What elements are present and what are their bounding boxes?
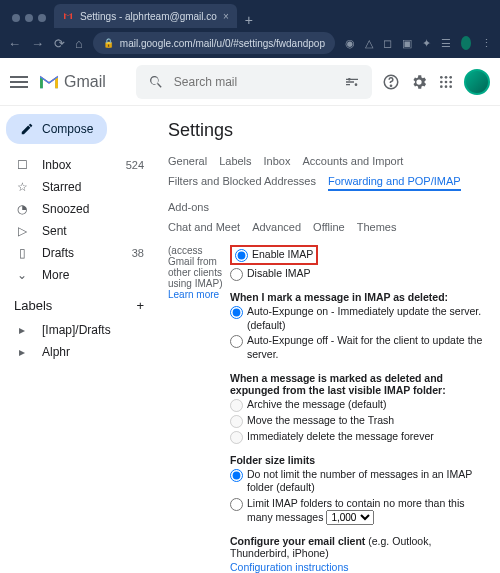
help-icon[interactable] xyxy=(382,73,400,91)
back-icon[interactable]: ← xyxy=(8,36,21,51)
search-input[interactable] xyxy=(174,75,334,89)
reload-icon[interactable]: ⟳ xyxy=(54,36,65,51)
nolimit-radio[interactable] xyxy=(230,469,243,482)
bookmark-icon[interactable]: ☰ xyxy=(441,37,451,50)
profile-ext-icon[interactable] xyxy=(461,36,471,50)
extensions-icon[interactable]: ✦ xyxy=(422,37,431,50)
enable-imap-label: Enable IMAP xyxy=(252,248,313,262)
page-title: Settings xyxy=(168,120,490,141)
limit-select[interactable]: 1,000 xyxy=(326,510,374,525)
enable-imap-highlight: Enable IMAP xyxy=(230,245,318,265)
tab-forwarding-and-pop-imap[interactable]: Forwarding and POP/IMAP xyxy=(328,175,461,191)
svg-point-11 xyxy=(445,85,448,88)
nav-icon: ◔ xyxy=(14,202,30,216)
svg-point-5 xyxy=(445,76,448,79)
tab-labels[interactable]: Labels xyxy=(219,155,251,169)
nav-snoozed[interactable]: ◔Snoozed xyxy=(6,198,152,220)
ext-icon-2[interactable]: ◻ xyxy=(383,37,392,50)
move-trash-radio[interactable] xyxy=(230,415,243,428)
imap-access-note: (access Gmail from other clients using I… xyxy=(168,245,222,289)
svg-point-7 xyxy=(440,80,443,83)
nav-drafts[interactable]: ▯Drafts38 xyxy=(6,242,152,264)
add-label-icon[interactable]: + xyxy=(136,298,144,313)
enable-imap-radio[interactable] xyxy=(235,249,248,262)
nav-starred[interactable]: ☆Starred xyxy=(6,176,152,198)
expunge-on-radio[interactable] xyxy=(230,306,243,319)
nav-count: 38 xyxy=(132,247,144,259)
search-icon xyxy=(148,74,164,90)
configure-client-header: Configure your email client xyxy=(230,535,365,547)
svg-point-0 xyxy=(355,83,358,86)
url-text: mail.google.com/mail/u/0/#settings/fwdan… xyxy=(120,38,325,49)
account-avatar[interactable] xyxy=(464,69,490,95)
tab-add-ons[interactable]: Add-ons xyxy=(168,201,209,215)
folder-limits-header: Folder size limits xyxy=(230,454,490,466)
browser-tab[interactable]: Settings - alphrteam@gmail.co × xyxy=(54,4,237,28)
tab-chat-and-meet[interactable]: Chat and Meet xyxy=(168,221,240,235)
deleted-header: When I mark a message in IMAP as deleted… xyxy=(230,291,490,303)
expunged-header: When a message is marked as deleted and … xyxy=(230,372,490,396)
nav-inbox[interactable]: ☐Inbox524 xyxy=(6,154,152,176)
nav-icon: ▷ xyxy=(14,224,30,238)
svg-point-3 xyxy=(390,85,391,86)
nolimit-label: Do not limit the number of messages in a… xyxy=(247,468,490,495)
move-trash-label: Move the message to the Trash xyxy=(247,414,394,428)
expunge-on-label: Auto-Expunge on - Immediately update the… xyxy=(247,305,490,332)
compose-label: Compose xyxy=(42,122,93,136)
delete-forever-radio[interactable] xyxy=(230,431,243,444)
label-item[interactable]: ▸[Imap]/Drafts xyxy=(6,319,152,341)
nav-label: Inbox xyxy=(42,158,71,172)
tab-filters-and-blocked-addresses[interactable]: Filters and Blocked Addresses xyxy=(168,175,316,191)
expunge-off-radio[interactable] xyxy=(230,335,243,348)
nav-label: More xyxy=(42,268,69,282)
svg-point-12 xyxy=(449,85,452,88)
disable-imap-radio[interactable] xyxy=(230,268,243,281)
address-bar[interactable]: 🔒 mail.google.com/mail/u/0/#settings/fwd… xyxy=(93,32,335,54)
compose-button[interactable]: Compose xyxy=(6,114,107,144)
archive-radio[interactable] xyxy=(230,399,243,412)
new-tab-button[interactable]: + xyxy=(237,12,261,28)
gmail-header: Gmail xyxy=(0,58,500,106)
svg-point-9 xyxy=(449,80,452,83)
sidebar: Compose ☐Inbox524☆Starred◔Snoozed▷Sent▯D… xyxy=(0,106,158,573)
svg-point-8 xyxy=(445,80,448,83)
tab-advanced[interactable]: Advanced xyxy=(252,221,301,235)
nav-label: Snoozed xyxy=(42,202,89,216)
nav-label: Starred xyxy=(42,180,81,194)
eye-icon[interactable]: ◉ xyxy=(345,37,355,50)
tab-themes[interactable]: Themes xyxy=(357,221,397,235)
ext-icon-3[interactable]: ▣ xyxy=(402,37,412,50)
settings-main: Settings GeneralLabelsInboxAccounts and … xyxy=(158,106,500,573)
home-icon[interactable]: ⌂ xyxy=(75,36,83,51)
label-text: Alphr xyxy=(42,345,70,359)
search-bar[interactable] xyxy=(136,65,372,99)
archive-label: Archive the message (default) xyxy=(247,398,386,412)
window-controls[interactable] xyxy=(8,14,54,28)
close-tab-icon[interactable]: × xyxy=(223,11,229,22)
tab-offline[interactable]: Offline xyxy=(313,221,345,235)
tab-general[interactable]: General xyxy=(168,155,207,169)
browser-menu-icon[interactable]: ⋮ xyxy=(481,37,492,50)
tab-accounts-and-import[interactable]: Accounts and Import xyxy=(302,155,403,169)
gear-icon[interactable] xyxy=(410,73,428,91)
ext-icon-1[interactable]: △ xyxy=(365,37,373,50)
limit-radio[interactable] xyxy=(230,498,243,511)
nav-more[interactable]: ⌄More xyxy=(6,264,152,286)
tab-inbox[interactable]: Inbox xyxy=(264,155,291,169)
forward-icon[interactable]: → xyxy=(31,36,44,51)
gmail-logo[interactable]: Gmail xyxy=(38,73,106,91)
search-options-icon[interactable] xyxy=(344,74,360,90)
nav-icon: ☆ xyxy=(14,180,30,194)
svg-point-1 xyxy=(348,78,351,81)
nav-icon: ⌄ xyxy=(14,268,30,282)
main-menu-icon[interactable] xyxy=(10,73,28,91)
gmail-favicon xyxy=(62,10,74,22)
config-instructions-link[interactable]: Configuration instructions xyxy=(230,561,348,573)
label-item[interactable]: ▸Alphr xyxy=(6,341,152,363)
learn-more-link[interactable]: Learn more xyxy=(168,289,219,300)
gmail-m-icon xyxy=(38,74,60,90)
apps-icon[interactable] xyxy=(438,74,454,90)
nav-sent[interactable]: ▷Sent xyxy=(6,220,152,242)
nav-icon: ▯ xyxy=(14,246,30,260)
nav-icon: ☐ xyxy=(14,158,30,172)
